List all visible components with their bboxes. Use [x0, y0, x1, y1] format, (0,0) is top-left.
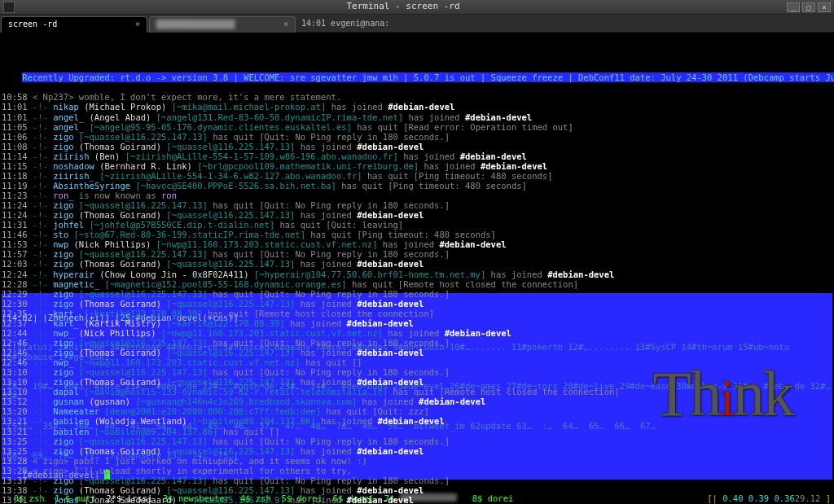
maximize-button[interactable]: ▢: [802, 2, 815, 12]
terminal-tab-1[interactable]: ████████████████ ×: [149, 16, 296, 33]
irc-scrollback: 10:58 < Np237> womble, I don't expect mo…: [2, 92, 832, 504]
close-icon[interactable]: ×: [130, 20, 140, 29]
terminal-tab-0[interactable]: screen -rd ×: [1, 16, 147, 33]
tab-label: screen -rd: [8, 20, 57, 29]
window-titlebar: Terminal - screen -rd _ ▢ ×: [0, 0, 834, 15]
minimize-button[interactable]: _: [787, 2, 800, 12]
close-icon[interactable]: ×: [279, 20, 288, 29]
irc-topic: Recently Upgraded: rt.d.o -> version 3.8…: [22, 72, 834, 82]
terminal-viewport[interactable]: Think Recently Upgraded: rt.d.o -> versi…: [0, 33, 834, 504]
window-icon: [3, 2, 15, 13]
tab-label: ████████████████: [156, 20, 235, 29]
window-title: Terminal - screen -rd: [20, 2, 787, 12]
close-button[interactable]: ×: [818, 2, 831, 12]
tab-bar: screen -rd × ████████████████ × 14:01 ev…: [0, 15, 834, 33]
clock-prompt: 14:01 evgeni@nana:: [301, 19, 389, 28]
